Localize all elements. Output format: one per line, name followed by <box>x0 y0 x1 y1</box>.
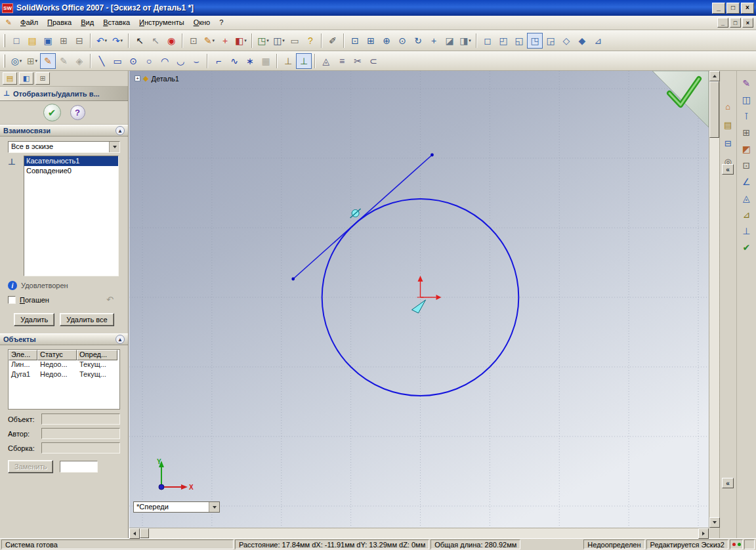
grid-settings-button-dropdown[interactable]: ▾ <box>35 58 38 64</box>
extrude-cube-button[interactable]: ◧▾ <box>233 33 249 49</box>
mirror-entities-button[interactable]: ◬ <box>318 53 334 69</box>
collapse-task-pane-bottom-button[interactable]: « <box>722 478 734 488</box>
delete-button[interactable]: Удалить <box>14 313 54 326</box>
design-library-button[interactable]: ▤ <box>721 118 734 131</box>
zoom-area-button[interactable]: ⊞ <box>363 33 379 49</box>
relations-collapse-button[interactable]: ▲ <box>116 126 125 135</box>
child-restore-button[interactable]: □ <box>730 18 741 28</box>
tab-configurationmanager[interactable]: ◧ <box>19 72 33 85</box>
sketch-selector-button[interactable]: ◎▾ <box>9 53 24 69</box>
horizontal-scrollbar[interactable] <box>129 528 709 538</box>
make-drawing-button[interactable]: ⊞ <box>56 33 72 49</box>
style-button[interactable]: ✎ <box>738 76 754 91</box>
tree-root-label[interactable]: Деталь1 <box>151 75 179 83</box>
select-other-button[interactable]: ↖ <box>148 33 163 49</box>
pan-button[interactable]: + <box>426 33 442 49</box>
tangent-arc-tool[interactable]: ◡ <box>173 53 188 69</box>
menu-item-2[interactable]: Правка <box>43 16 76 29</box>
modify-sketch-button[interactable]: ◈ <box>72 53 87 69</box>
add-relation-button[interactable]: ⊥ <box>280 53 296 69</box>
view-right-button[interactable]: ◳ <box>527 33 543 49</box>
select-button[interactable]: ↖ <box>132 33 148 49</box>
graphics-viewport[interactable]: Y X + ◆ <box>129 71 719 538</box>
3d-sketch-button[interactable]: ✎ <box>56 53 72 69</box>
suppressed-checkbox[interactable] <box>8 296 16 304</box>
toolbar-grip[interactable] <box>3 54 5 68</box>
ok-button[interactable]: ✔ <box>43 104 61 121</box>
tab-third-party[interactable]: ⊞ <box>35 72 50 85</box>
column-header-3[interactable]: Опред... <box>77 350 117 360</box>
undo-button[interactable]: ↶▾ <box>94 33 110 49</box>
view-normal-to-button[interactable]: ⊿ <box>590 33 606 49</box>
table-button[interactable]: ⊞ <box>738 125 754 140</box>
pen-select-button[interactable]: ✐ <box>325 33 341 49</box>
restore-button[interactable]: □ <box>726 3 740 14</box>
appearance-button[interactable]: ◩ <box>738 142 754 156</box>
view-isometric-button[interactable]: ◆ <box>574 33 590 49</box>
view-orientation-combo[interactable]: *Спереди <box>133 501 220 513</box>
entity-row-1[interactable]: Лин...Недоо...Текущ... <box>9 360 119 370</box>
scroll-down-button[interactable] <box>709 517 720 528</box>
line-endpoint[interactable] <box>291 278 295 281</box>
sketch-selector-button-dropdown[interactable]: ▾ <box>20 58 22 64</box>
tree-expand-icon[interactable]: + <box>135 75 140 81</box>
view-orientation-button[interactable]: ◳▾ <box>255 33 271 49</box>
section-view-button[interactable]: ◪ <box>442 33 457 49</box>
close-button[interactable]: × <box>741 3 754 14</box>
view-top-button[interactable]: ◲ <box>543 33 558 49</box>
relation-item-1[interactable]: Касательность1 <box>24 156 118 166</box>
help-topics-button[interactable]: ? <box>303 33 318 49</box>
view-bottom-button[interactable]: ◇ <box>558 33 574 49</box>
sketch-fillet-tool[interactable]: ⌐ <box>211 53 226 69</box>
three-point-arc-tool[interactable]: ⌣ <box>188 53 204 69</box>
trim-entities-button[interactable]: ✂ <box>350 53 366 69</box>
collapse-task-pane-button[interactable]: « <box>722 164 734 175</box>
window-layout-button-dropdown[interactable]: ▾ <box>282 38 285 43</box>
grid-settings-button[interactable]: ⊞▾ <box>24 53 40 69</box>
traffic-light-indicator[interactable]: ◉ <box>163 33 179 49</box>
help-button[interactable]: ? <box>70 105 85 120</box>
relations-filter-dropdown-icon[interactable] <box>109 142 119 152</box>
save-button[interactable]: ▣ <box>40 33 56 49</box>
child-minimize-button[interactable]: _ <box>717 18 728 28</box>
relations-listbox[interactable]: Касательность1Совпадение0 <box>24 156 119 276</box>
horizontal-scroll-track[interactable] <box>149 528 698 538</box>
scroll-left-button[interactable] <box>129 528 140 539</box>
sketch-entities-button-dropdown[interactable]: ▾ <box>213 38 215 43</box>
menu-item-4[interactable]: Вставка <box>98 16 135 29</box>
circle-tool[interactable]: ⊙ <box>125 53 141 69</box>
vertical-scroll-track[interactable] <box>709 138 719 517</box>
snap-button[interactable]: ◬ <box>738 191 754 205</box>
convert-entities-button[interactable]: ⊂ <box>366 53 381 69</box>
perimeter-circle-tool[interactable]: ○ <box>141 53 157 69</box>
child-window-icon[interactable]: ✎ <box>3 18 14 28</box>
reference-geometry-button[interactable]: ⊡ <box>186 33 201 49</box>
confirm-button[interactable]: ✔ <box>738 240 754 255</box>
toolbar-grip[interactable] <box>3 34 5 47</box>
entity-row-2[interactable]: Дуга1Недоо...Текущ... <box>9 370 119 380</box>
zoom-in-out-button[interactable]: ⊕ <box>379 33 394 49</box>
pattern-button[interactable]: ⊡ <box>738 158 754 173</box>
new-document-button[interactable]: □ <box>9 33 24 49</box>
menu-item-5[interactable]: Инструменты <box>135 16 189 29</box>
centerpoint-arc-tool[interactable]: ◠ <box>157 53 173 69</box>
column-header-2[interactable]: Статус <box>37 350 77 360</box>
replace-button[interactable]: Заменить <box>8 460 53 473</box>
scroll-up-button[interactable] <box>709 71 720 81</box>
menu-item-1[interactable]: Файл <box>16 16 43 29</box>
child-close-button[interactable]: × <box>742 18 753 28</box>
display-delete-relations-button[interactable]: ⊥ <box>296 53 312 69</box>
view-left-button[interactable]: ◱ <box>511 33 527 49</box>
point-tool[interactable]: ∗ <box>242 53 258 69</box>
hatch-tool[interactable]: ▦ <box>258 53 274 69</box>
view-front-button[interactable]: ◻ <box>480 33 495 49</box>
line-tool[interactable]: ╲ <box>94 53 110 69</box>
relation-item-2[interactable]: Совпадение0 <box>24 166 118 176</box>
vertical-scrollbar[interactable] <box>709 71 719 528</box>
vertical-scroll-thumb[interactable] <box>709 81 719 138</box>
redo-button[interactable]: ↷▾ <box>110 33 125 49</box>
solidworks-resources-button[interactable]: ⌂ <box>721 100 734 113</box>
zoom-fit-button[interactable]: ⊡ <box>347 33 363 49</box>
spline-tool[interactable]: ∿ <box>226 53 242 69</box>
rotate-view-button[interactable]: ↻ <box>410 33 426 49</box>
